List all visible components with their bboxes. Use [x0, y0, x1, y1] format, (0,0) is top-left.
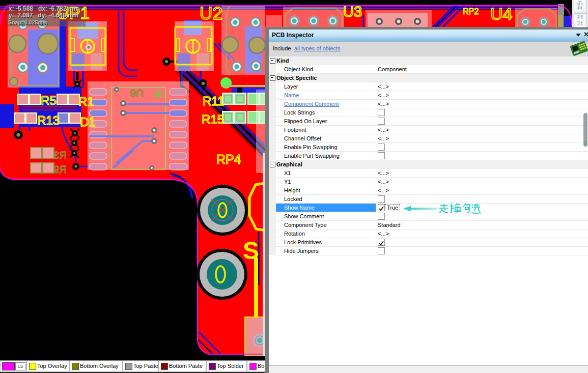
- svg-text:x: -5.588 dx: -6.782 mm: x: -5.588 dx: -6.782 mm: [9, 5, 79, 12]
- svg-text:U4: U4: [490, 4, 512, 23]
- svg-text:Snap: 0.025mm: Snap: 0.025mm: [8, 19, 47, 25]
- svg-text:R1: R1: [78, 95, 94, 108]
- svg-text:U6: U6: [130, 88, 144, 99]
- svg-text:RP4: RP4: [216, 152, 241, 166]
- svg-text:RP2: RP2: [463, 7, 479, 16]
- svg-text:R3: R3: [53, 150, 67, 161]
- svg-text:S: S: [243, 237, 259, 264]
- svg-text:y: 7.087 dy: -4.648 mm: y: 7.087 dy: -4.648 mm: [9, 12, 78, 19]
- svg-text:R9: R9: [53, 164, 67, 175]
- svg-text:D1: D1: [80, 115, 96, 129]
- svg-text:R13: R13: [37, 113, 60, 127]
- svg-text:R11: R11: [203, 94, 224, 108]
- svg-text:R5: R5: [41, 94, 57, 107]
- svg-text:R15: R15: [202, 112, 224, 126]
